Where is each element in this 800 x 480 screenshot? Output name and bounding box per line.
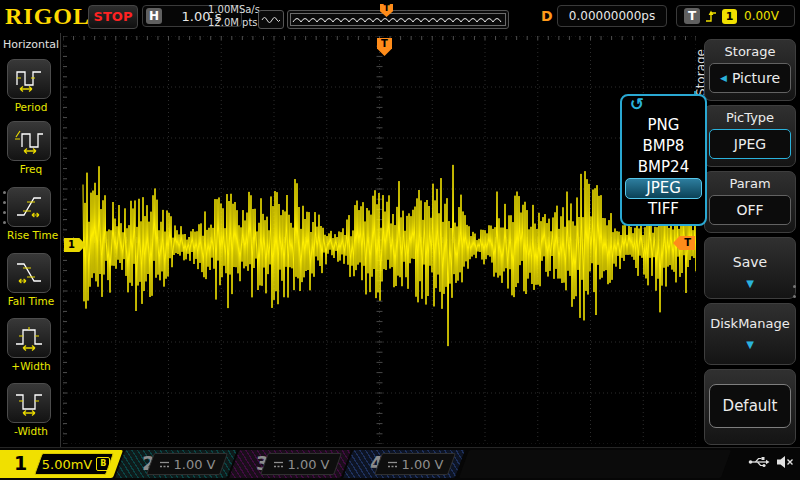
dc-coupling-icon bbox=[273, 460, 284, 469]
channel-2-status[interactable]: 2 1.00 V bbox=[120, 450, 232, 478]
trigger-badge: T bbox=[684, 8, 700, 24]
channel-4-status[interactable]: 4 1.00 V bbox=[348, 450, 460, 478]
waveform-icon-box bbox=[258, 10, 284, 29]
freq-icon bbox=[14, 127, 44, 155]
measure-item-plus-width[interactable]: +Width bbox=[7, 318, 55, 372]
measure-item-minus-width[interactable]: -Width bbox=[7, 383, 55, 437]
bandwidth-limit-badge: B bbox=[96, 457, 110, 471]
trigger-slope-icon bbox=[704, 9, 718, 23]
horizontal-badge: H bbox=[146, 8, 162, 24]
run-state-button[interactable]: STOP bbox=[88, 5, 138, 29]
memory-waveform-preview bbox=[290, 13, 506, 26]
menu-key-storage[interactable]: Storage ◀ Picture bbox=[704, 39, 796, 101]
measure-sidebar: Horizontal Period Freq bbox=[0, 33, 61, 447]
measure-item-label: Freq bbox=[7, 163, 55, 175]
trigger-status-field[interactable]: T 1 0.00V bbox=[676, 5, 795, 27]
sine-wave-icon bbox=[261, 14, 281, 26]
status-bar-filler bbox=[459, 450, 731, 478]
memory-depth: 12.0M pts bbox=[208, 16, 260, 29]
menu-page-dots bbox=[793, 285, 796, 298]
sample-rate: 1.00MSa/s bbox=[208, 3, 260, 16]
channel-number: 1 bbox=[14, 452, 27, 474]
rise-time-icon bbox=[14, 193, 44, 221]
trigger-level-value: 0.00V bbox=[744, 9, 779, 23]
rotate-icon: ↺ bbox=[630, 94, 644, 114]
popup-item-bmp8[interactable]: BMP8 bbox=[625, 136, 702, 157]
dc-coupling-icon bbox=[387, 460, 398, 469]
pictype-popup: ↺ PNG BMP8 BMP24 JPEG TIFF bbox=[620, 94, 707, 226]
measure-item-label: Fall Time bbox=[7, 295, 55, 307]
menu-key-value: Picture bbox=[732, 70, 780, 86]
measure-item-label: +Width bbox=[7, 360, 55, 372]
popup-item-bmp24[interactable]: BMP24 bbox=[625, 157, 702, 178]
measure-item-period[interactable]: Period bbox=[7, 59, 55, 113]
top-bar: RIGOL STOP H 1.00 s 1.00MSa/s 12.0M pts … bbox=[0, 0, 800, 33]
acquisition-info: 1.00MSa/s 12.0M pts bbox=[208, 3, 260, 29]
channel-scale: 1.00 V bbox=[402, 457, 444, 472]
channel-status-bar: 1 5.00mV B 2 bbox=[0, 447, 800, 480]
channel1-waveform bbox=[63, 36, 696, 444]
sidebar-page-dots bbox=[3, 191, 6, 224]
pictype-options: PNG BMP8 BMP24 JPEG TIFF bbox=[625, 115, 702, 220]
display-grid: T 1 T bbox=[63, 36, 696, 444]
brand-logo: RIGOL bbox=[5, 3, 90, 30]
plus-width-icon bbox=[14, 324, 44, 352]
popup-item-png[interactable]: PNG bbox=[625, 115, 702, 136]
menu-key-param[interactable]: Param OFF bbox=[704, 171, 796, 233]
down-arrow-icon: ▼ bbox=[705, 278, 795, 289]
trigger-source-badge: 1 bbox=[722, 9, 737, 24]
memory-position-strip[interactable]: T bbox=[287, 10, 509, 29]
speaker-muted-icon bbox=[775, 454, 795, 470]
storage-menu: Storage Storage ◀ Picture PicType JPEG P… bbox=[700, 33, 800, 447]
measure-item-freq[interactable]: Freq bbox=[7, 121, 55, 175]
channel-1-status[interactable]: 1 5.00mV B bbox=[0, 450, 118, 478]
oscilloscope-screen: RIGOL STOP H 1.00 s 1.00MSa/s 12.0M pts … bbox=[0, 0, 800, 480]
popup-item-jpeg[interactable]: JPEG bbox=[625, 178, 702, 199]
status-icons bbox=[748, 454, 795, 470]
channel-3-status[interactable]: 3 1.00 V bbox=[234, 450, 346, 478]
channel-scale: 1.00 V bbox=[288, 457, 330, 472]
measure-item-label: Rise Time bbox=[7, 229, 55, 241]
menu-key-value: OFF bbox=[736, 202, 763, 218]
measure-item-label: -Width bbox=[7, 425, 55, 437]
menu-key-pictype[interactable]: PicType JPEG bbox=[704, 105, 796, 167]
period-icon bbox=[14, 65, 44, 93]
channel-scale: 5.00mV bbox=[42, 457, 93, 472]
delay-value-field[interactable]: 0.00000000ps bbox=[557, 5, 667, 27]
dc-coupling-icon bbox=[159, 460, 170, 469]
menu-key-value: JPEG bbox=[734, 136, 766, 152]
usb-icon bbox=[748, 454, 770, 470]
down-arrow-icon: ▼ bbox=[705, 339, 795, 350]
left-arrow-icon: ◀ bbox=[720, 73, 727, 83]
channel-scale: 1.00 V bbox=[174, 457, 216, 472]
menu-key-diskmanage[interactable]: DiskManage ▼ bbox=[704, 303, 796, 365]
sidebar-title: Horizontal bbox=[3, 38, 59, 51]
menu-key-save[interactable]: Save ▼ bbox=[704, 237, 796, 299]
measure-item-fall-time[interactable]: Fall Time bbox=[7, 253, 55, 307]
delay-label: D bbox=[541, 8, 553, 24]
measure-item-label: Period bbox=[7, 101, 55, 113]
fall-time-icon bbox=[14, 259, 44, 287]
menu-key-value: Default bbox=[723, 397, 778, 415]
minus-width-icon bbox=[14, 389, 44, 417]
popup-item-tiff[interactable]: TIFF bbox=[625, 199, 702, 220]
measure-item-rise-time[interactable]: Rise Time bbox=[7, 187, 55, 241]
menu-key-default[interactable]: Default bbox=[704, 369, 796, 445]
